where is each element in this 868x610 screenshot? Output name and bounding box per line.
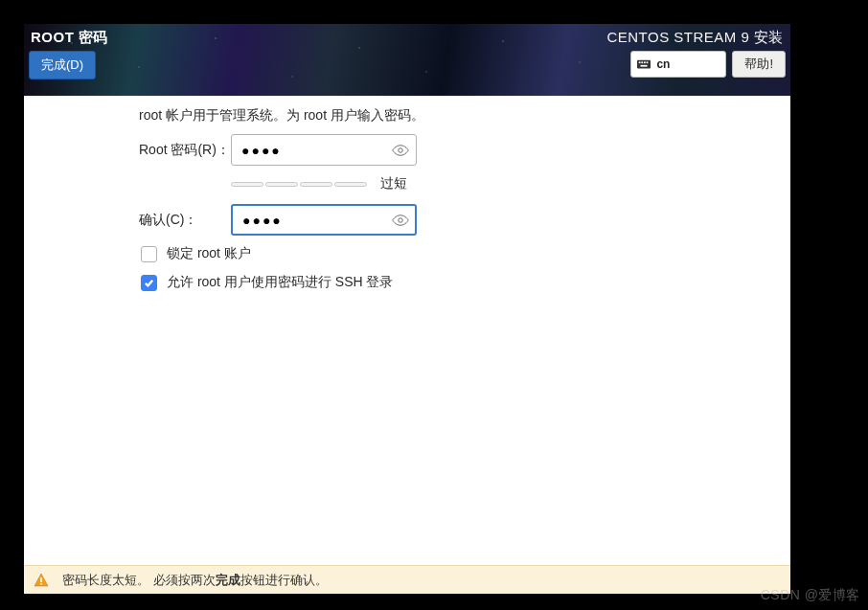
svg-rect-9	[40, 583, 42, 585]
header-bar: ROOT 密码 完成(D) CENTOS STREAM 9 安装 cn	[24, 24, 790, 96]
warning-bold: 完成	[216, 573, 240, 587]
password-input-holder	[231, 134, 417, 166]
svg-rect-0	[637, 60, 651, 69]
password-strength-text: 过短	[380, 175, 407, 192]
header-right: CENTOS STREAM 9 安装 cn 帮助!	[602, 24, 790, 96]
root-password-input[interactable]	[231, 134, 417, 166]
svg-rect-5	[641, 65, 648, 67]
check-icon	[144, 278, 154, 288]
done-button[interactable]: 完成(D)	[29, 51, 96, 79]
content-area: root 帐户用于管理系统。为 root 用户输入密码。 Root 密码(R)：	[24, 96, 790, 565]
ssh-login-row: 允许 root 用户使用密码进行 SSH 登录	[141, 274, 675, 291]
svg-rect-4	[647, 61, 649, 63]
password-strength-row: 过短	[231, 175, 675, 192]
svg-rect-8	[40, 577, 42, 582]
warning-suffix: 按钮进行确认。	[240, 573, 328, 587]
strength-segment	[231, 182, 263, 187]
ssh-login-label: 允许 root 用户使用密码进行 SSH 登录	[167, 274, 393, 291]
warning-footer: 密码长度太短。 必须按两次完成按钮进行确认。	[24, 565, 790, 594]
confirm-input-holder	[231, 204, 417, 236]
warning-icon	[34, 573, 49, 588]
confirm-password-input[interactable]	[231, 204, 417, 236]
header-left: ROOT 密码 完成(D)	[24, 24, 113, 96]
svg-rect-2	[642, 61, 644, 63]
root-password-form: root 帐户用于管理系统。为 root 用户输入密码。 Root 密码(R)：	[139, 103, 675, 291]
svg-point-7	[399, 217, 403, 222]
lock-root-checkbox[interactable]	[141, 246, 157, 262]
strength-segment	[300, 182, 332, 187]
keyboard-layout-text: cn	[656, 57, 670, 71]
svg-point-6	[399, 147, 403, 152]
keyboard-icon	[637, 59, 651, 69]
lock-root-row: 锁定 root 账户	[141, 245, 675, 262]
reveal-password-icon[interactable]	[392, 142, 409, 159]
svg-rect-1	[639, 61, 641, 63]
keyboard-layout-indicator[interactable]: cn	[630, 51, 726, 78]
confirm-row: 确认(C)：	[139, 204, 675, 236]
header-controls: cn 帮助!	[606, 51, 786, 78]
svg-rect-3	[644, 61, 646, 63]
strength-segment	[265, 182, 298, 187]
installer-title: CENTOS STREAM 9 安装	[606, 29, 786, 51]
strength-segment	[334, 182, 367, 187]
password-row: Root 密码(R)：	[139, 134, 675, 166]
reveal-confirm-icon[interactable]	[392, 212, 409, 229]
ssh-login-checkbox[interactable]	[141, 275, 157, 291]
help-button[interactable]: 帮助!	[732, 51, 786, 78]
warning-prefix: 密码长度太短。 必须按两次	[62, 573, 216, 587]
password-strength-meter	[231, 182, 367, 187]
lock-root-label: 锁定 root 账户	[167, 245, 251, 262]
password-label: Root 密码(R)：	[139, 142, 231, 159]
installer-window: ROOT 密码 完成(D) CENTOS STREAM 9 安装 cn	[24, 24, 790, 594]
form-description: root 帐户用于管理系统。为 root 用户输入密码。	[139, 103, 675, 134]
warning-message: 密码长度太短。 必须按两次完成按钮进行确认。	[62, 572, 328, 589]
confirm-label: 确认(C)：	[139, 212, 231, 229]
page-title: ROOT 密码	[29, 29, 108, 51]
